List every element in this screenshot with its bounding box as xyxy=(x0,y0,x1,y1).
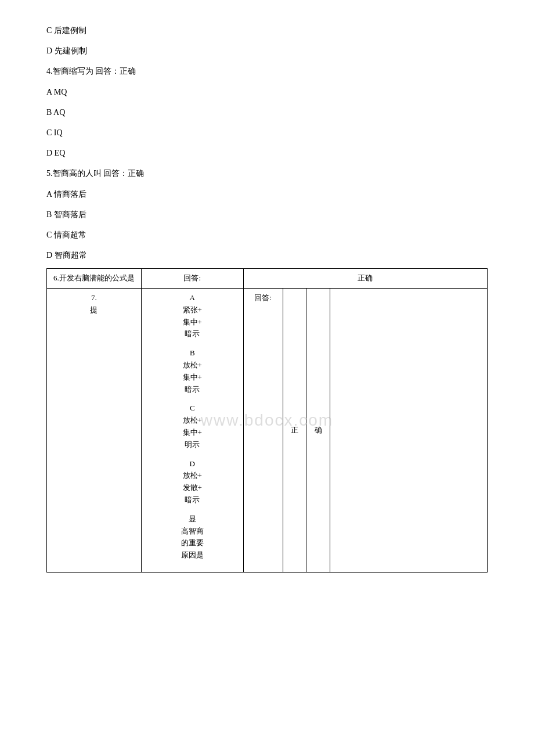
question-4: 4.智商缩写为 回答：正确 xyxy=(46,64,488,78)
q5-option-c: C 情商超常 xyxy=(46,228,488,242)
q4-option-b: B AQ xyxy=(46,105,488,120)
q4-option-a: A MQ xyxy=(46,85,488,99)
q7-number: 7. 提 xyxy=(47,289,142,573)
q5-option-d: D 智商超常 xyxy=(46,248,488,262)
questions-table: 6.开发右脑潜能的公式是 回答: 正确 7. 提 A 紧张+ xyxy=(46,268,488,573)
q7-options: A 紧张+ 集中+ 暗示 B 放松+ 集中+ 暗示 C 放松+ 集中+ xyxy=(141,289,243,573)
main-content: C 后建例制 D 先建例制 4.智商缩写为 回答：正确 A MQ B AQ C … xyxy=(46,23,488,573)
table-row-7: 7. 提 A 紧张+ 集中+ 暗示 B 放松+ 集中+ 暗示 xyxy=(47,289,488,573)
q7-option-b: B 放松+ 集中+ 暗示 xyxy=(146,347,239,395)
text-line-c-hj: C 后建例制 xyxy=(46,23,488,38)
q7-correct-2: 确 xyxy=(306,289,330,573)
table-container: www.bdocx.com 6.开发右脑潜能的公式是 回答: 正确 7. 提 xyxy=(46,268,488,573)
q7-extra: 显 高智商 的重要 原因是 xyxy=(146,513,239,561)
q5-option-b: B 智商落后 xyxy=(46,207,488,222)
q6-answer-label: 回答: xyxy=(141,269,243,289)
text-line-d-xj: D 先建例制 xyxy=(46,44,488,58)
q4-option-d: D EQ xyxy=(46,146,488,160)
q7-option-a: A 紧张+ 集中+ 暗示 xyxy=(146,292,239,340)
q7-option-d: D 放松+ 发散+ 暗示 xyxy=(146,458,239,506)
q6-correct: 正确 xyxy=(243,269,487,289)
q7-answer-label: 回答: xyxy=(243,289,283,573)
q6-question: 6.开发右脑潜能的公式是 xyxy=(47,269,142,289)
q7-option-c: C 放松+ 集中+ 明示 xyxy=(146,402,239,451)
q7-empty-cell xyxy=(330,289,487,573)
q5-option-a: A 情商落后 xyxy=(46,187,488,201)
q7-correct-1: 正 xyxy=(283,289,306,573)
table-row: 6.开发右脑潜能的公式是 回答: 正确 xyxy=(47,269,488,289)
question-5: 5.智商高的人叫 回答：正确 xyxy=(46,166,488,181)
q4-option-c: C IQ xyxy=(46,125,488,140)
